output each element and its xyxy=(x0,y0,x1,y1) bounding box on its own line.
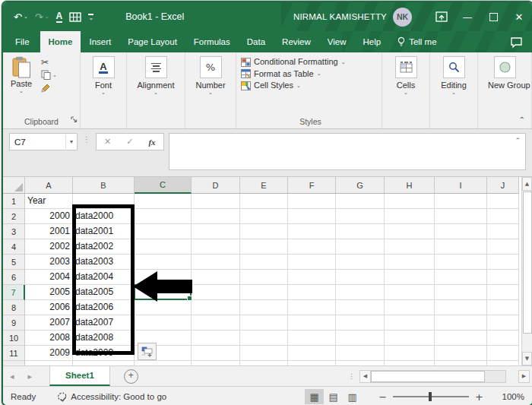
scroll-right-icon[interactable]: ▶ xyxy=(518,370,530,383)
customize-qat-icon[interactable]: ⌄ xyxy=(88,14,93,20)
cell-H1[interactable] xyxy=(385,194,435,209)
cell-A8[interactable]: 2006 xyxy=(25,300,73,315)
cell-G1[interactable] xyxy=(336,194,385,209)
cell-A7[interactable]: 2005 xyxy=(25,285,73,300)
cell-J2[interactable] xyxy=(487,209,519,224)
sheet-tab-sheet1[interactable]: Sheet1 xyxy=(49,366,110,386)
row-header-1[interactable]: 1 xyxy=(3,194,25,209)
cell-J8[interactable] xyxy=(487,300,519,315)
zoom-slider-thumb[interactable] xyxy=(429,392,432,401)
cell-I4[interactable] xyxy=(435,239,487,255)
cell-F2[interactable] xyxy=(288,209,336,224)
cell-E1[interactable] xyxy=(240,194,288,209)
cell-A11[interactable]: 2009 xyxy=(25,346,73,361)
cell-D3[interactable] xyxy=(192,224,240,239)
column-header-E[interactable]: E xyxy=(240,177,288,194)
dialog-launcher-icon[interactable] xyxy=(71,112,78,126)
cell-I12[interactable] xyxy=(435,361,487,365)
cell-J11[interactable] xyxy=(487,346,519,361)
cell-H6[interactable] xyxy=(385,270,435,285)
cell-I9[interactable] xyxy=(435,315,487,331)
cell-F5[interactable] xyxy=(288,255,336,270)
column-header-J[interactable]: J xyxy=(487,177,519,194)
minimize-button[interactable]: — xyxy=(454,2,480,31)
cell-H10[interactable] xyxy=(385,331,435,346)
cell-J4[interactable] xyxy=(487,239,519,255)
scroll-down-icon[interactable]: ▼ xyxy=(522,352,532,365)
cell-A6[interactable]: 2004 xyxy=(25,270,73,285)
cell-I5[interactable] xyxy=(435,255,487,270)
cell-J5[interactable] xyxy=(487,255,519,270)
cell-G5[interactable] xyxy=(336,255,385,270)
tab-file[interactable]: File xyxy=(5,31,40,52)
cell-F12[interactable] xyxy=(288,361,336,365)
cell-J6[interactable] xyxy=(487,270,519,285)
conditional-formatting-button[interactable]: Conditional Formatting ⌄ xyxy=(241,56,380,68)
formula-bar-splitter[interactable]: ⋮ xyxy=(83,135,90,144)
sheet-prev-icon[interactable]: ◂ xyxy=(3,366,21,386)
font-color-icon[interactable]: A xyxy=(56,11,63,23)
cell-H2[interactable] xyxy=(385,209,435,224)
cell-E7[interactable] xyxy=(240,285,288,300)
row-header-7[interactable]: 7 xyxy=(3,285,25,300)
tab-tell-me[interactable]: Tell me xyxy=(389,31,445,52)
cell-F10[interactable] xyxy=(288,331,336,346)
zoom-in-button[interactable]: + xyxy=(469,391,489,403)
ribbon-group-cells[interactable]: Cells ⌄ xyxy=(382,52,430,128)
formula-input[interactable]: ⌃ xyxy=(169,133,526,170)
cell-E5[interactable] xyxy=(240,255,288,270)
cell-H9[interactable] xyxy=(385,315,435,331)
borders-icon[interactable] xyxy=(69,12,81,22)
cell-G9[interactable] xyxy=(336,315,385,331)
cell-I3[interactable] xyxy=(435,224,487,239)
cell-H5[interactable] xyxy=(385,255,435,270)
row-header-9[interactable]: 9 xyxy=(3,315,25,331)
column-header-H[interactable]: H xyxy=(385,177,435,194)
comments-icon[interactable] xyxy=(510,31,523,52)
cancel-button[interactable]: ✕ xyxy=(97,137,119,147)
cell-F11[interactable] xyxy=(288,346,336,361)
cell-D7[interactable] xyxy=(192,285,240,300)
cell-C9[interactable] xyxy=(135,315,192,331)
row-header-12[interactable]: 12 xyxy=(3,361,25,365)
column-header-B[interactable]: B xyxy=(73,177,135,194)
tab-home[interactable]: Home xyxy=(40,31,81,52)
cell-J12[interactable] xyxy=(487,361,519,365)
view-normal-button[interactable]: ▦ xyxy=(305,389,324,404)
row-header-3[interactable]: 3 xyxy=(3,224,25,239)
scroll-left-icon[interactable]: ◀ xyxy=(359,370,371,383)
vertical-scrollbar[interactable]: ▲ ▼ xyxy=(521,177,532,365)
row-header-6[interactable]: 6 xyxy=(3,270,25,285)
column-header-F[interactable]: F xyxy=(288,177,336,194)
select-all-corner[interactable] xyxy=(3,177,25,194)
zoom-level[interactable]: 100% xyxy=(489,392,524,401)
cell-C1[interactable] xyxy=(135,194,192,209)
format-painter-icon[interactable] xyxy=(41,83,57,93)
cell-H3[interactable] xyxy=(385,224,435,239)
cut-icon[interactable]: ✂ xyxy=(41,58,57,67)
row-header-11[interactable]: 11 xyxy=(3,346,25,361)
row-header-8[interactable]: 8 xyxy=(3,300,25,315)
undo-button[interactable]: ↶⌄ xyxy=(14,12,28,22)
cell-E10[interactable] xyxy=(240,331,288,346)
tab-bar-splitter[interactable]: ⋮ xyxy=(348,372,355,380)
cell-F1[interactable] xyxy=(288,194,336,209)
cell-D5[interactable] xyxy=(192,255,240,270)
column-header-I[interactable]: I xyxy=(435,177,487,194)
cell-A12[interactable] xyxy=(25,361,73,365)
vertical-scroll-thumb[interactable] xyxy=(523,191,532,334)
cell-J9[interactable] xyxy=(487,315,519,331)
cell-C5[interactable] xyxy=(135,255,192,270)
cell-I2[interactable] xyxy=(435,209,487,224)
paste-button[interactable]: Paste ⌄ xyxy=(5,56,38,93)
cell-D6[interactable] xyxy=(192,270,240,285)
cell-I10[interactable] xyxy=(435,331,487,346)
maximize-button[interactable] xyxy=(480,2,506,31)
cell-G6[interactable] xyxy=(336,270,385,285)
cell-I7[interactable] xyxy=(435,285,487,300)
cell-styles-button[interactable]: Cell Styles ⌄ xyxy=(241,80,380,92)
ribbon-group-font[interactable]: A Font ⌄ xyxy=(81,52,127,128)
name-box-dropdown-icon[interactable]: ▾ xyxy=(65,134,77,149)
accessibility-status[interactable]: Accessibility: Good to go xyxy=(57,391,166,402)
cell-H4[interactable] xyxy=(385,239,435,255)
